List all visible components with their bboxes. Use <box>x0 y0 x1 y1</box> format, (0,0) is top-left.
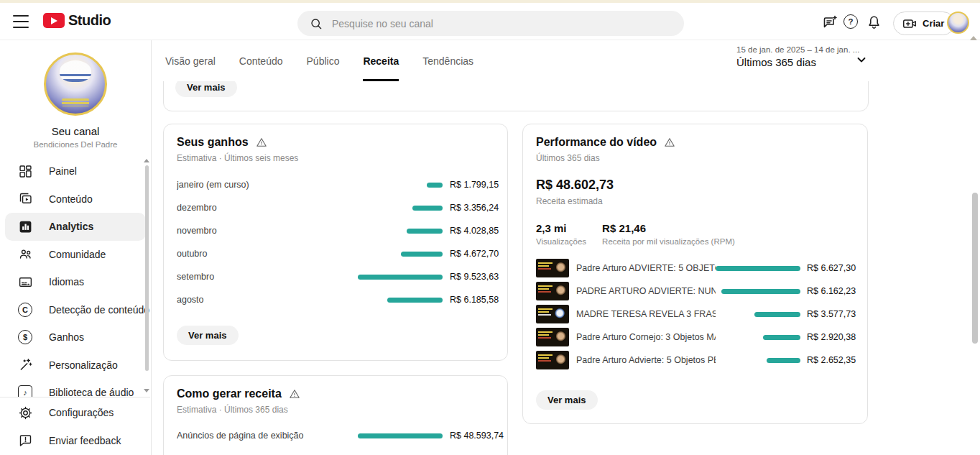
sidebar-item-label: Analytics <box>49 221 93 232</box>
see-more-button[interactable]: Ver mais <box>536 390 598 410</box>
sidebar-item-analytics[interactable]: Analytics <box>5 213 146 241</box>
sidebar-item-comunidade[interactable]: Comunidade <box>0 241 151 269</box>
search-icon <box>309 17 323 31</box>
row-label: novembro <box>177 226 358 236</box>
menu-icon[interactable] <box>13 15 29 28</box>
rpm-stat: R$ 21,46 Receita por mil visualizações (… <box>602 222 735 246</box>
search-bar[interactable] <box>297 11 684 36</box>
gear-icon <box>17 405 33 420</box>
video-row[interactable]: MADRE TERESA REVELA 3 FRASES Q... R$ 3.5… <box>523 303 867 326</box>
sidebar-item-label: Painel <box>49 165 77 177</box>
video-revenue: R$ 2.652,35 <box>807 355 854 365</box>
create-button[interactable]: Criar <box>893 12 955 35</box>
sidebar-item-biblioteca-de-audio[interactable]: ♪ Biblioteca de áudio <box>0 379 151 397</box>
sidebar-item-label: Comunidade <box>49 249 106 260</box>
tab-publico[interactable]: Público <box>307 40 340 81</box>
sidebar-item-deteccao-de-conteudo[interactable]: C Detecção de conteúdo <box>0 296 151 324</box>
row-value: R$ 4.672,70 <box>443 249 494 259</box>
row-label: outubro <box>177 249 358 259</box>
card-title: Como gerar receita <box>177 387 282 400</box>
row-label: setembro <box>177 272 358 282</box>
revenue-bar <box>427 183 443 188</box>
analytics-icon <box>17 219 33 234</box>
audio-library-icon: ♪ <box>17 385 33 397</box>
create-video-icon <box>902 16 917 32</box>
notifications-bell-icon[interactable] <box>866 14 883 32</box>
see-more-button[interactable]: Ver mais <box>175 81 237 97</box>
video-title: Padre Arturo Cornejo: 3 Objetos MAL... <box>576 332 716 342</box>
earnings-row: novembro R$ 4.028,85 <box>164 219 507 242</box>
card-title: Performance do vídeo <box>536 136 657 149</box>
main-scrollbar[interactable] <box>972 193 978 344</box>
channel-block: Seu canal Bendiciones Del Padre <box>0 40 151 149</box>
views-value: 2,3 mi <box>536 222 586 234</box>
sidebar: Seu canal Bendiciones Del Padre Painel C… <box>0 40 152 455</box>
help-icon[interactable]: ? <box>843 14 861 32</box>
analytics-tab-bar: Visão geral Conteúdo Público Receita Ten… <box>152 40 980 81</box>
video-thumbnail <box>536 328 569 346</box>
search-input[interactable] <box>332 18 672 29</box>
account-avatar[interactable] <box>947 12 969 34</box>
row-value: R$ 4.028,85 <box>443 226 494 236</box>
bar-zone <box>716 358 800 363</box>
video-row[interactable]: Padre Arturo ADVIERTE: 5 OBJETOS ... R$ … <box>523 257 867 280</box>
sidebar-item-ganhos[interactable]: $ Ganhos <box>0 323 151 351</box>
tab-visao-geral[interactable]: Visão geral <box>165 40 216 81</box>
tab-receita[interactable]: Receita <box>363 40 399 81</box>
video-title: MADRE TERESA REVELA 3 FRASES Q... <box>576 309 716 319</box>
chevron-down-icon[interactable] <box>853 51 870 68</box>
sidebar-scrollbar[interactable] <box>145 165 149 371</box>
sidebar-item-configuracoes[interactable]: Configurações <box>0 399 150 427</box>
top-partial-card: Ver mais <box>163 81 869 111</box>
date-range-picker[interactable]: 15 de jan. de 2025 – 14 de jan. ... Últi… <box>736 45 859 68</box>
sidebar-footer: Configurações Enviar feedback <box>0 397 150 455</box>
main-scrollbar-arrow-up[interactable] <box>970 36 977 40</box>
revenue-bar <box>387 298 443 303</box>
sidebar-scrollbar-arrow-down[interactable] <box>144 389 149 392</box>
question-glyph: ? <box>843 14 858 29</box>
warning-icon[interactable] <box>664 137 675 148</box>
announcements-icon[interactable] <box>821 14 838 32</box>
youtube-studio-logo[interactable]: Studio <box>43 12 111 29</box>
dashboard-icon <box>17 163 33 179</box>
bar-zone <box>358 275 443 280</box>
bar-zone <box>716 335 800 340</box>
rpm-label: Receita por mil visualizações (RPM) <box>602 237 735 246</box>
video-thumbnail <box>536 282 569 300</box>
video-revenue: R$ 3.577,73 <box>807 309 854 319</box>
revenue-bar <box>412 206 443 211</box>
warning-icon[interactable] <box>289 388 300 400</box>
bar-zone <box>358 298 443 303</box>
views-label: Visualizações <box>536 237 586 246</box>
sidebar-item-label: Enviar feedback <box>49 435 121 446</box>
your-earnings-card: Seus ganhos Estimativa · Últimos seis me… <box>163 124 508 361</box>
sidebar-item-conteudo[interactable]: Conteúdo <box>0 185 151 213</box>
video-row[interactable]: Padre Arturo Advierte: 5 Objetos PELI...… <box>523 349 867 372</box>
app-header: Studio ? Criar <box>0 3 980 40</box>
sidebar-item-label: Ganhos <box>49 331 84 343</box>
video-row[interactable]: PADRE ARTURO ADVIERTE: NUNCA C... R$ 6.1… <box>523 280 867 303</box>
sidebar-item-painel[interactable]: Painel <box>0 157 151 185</box>
date-preset-text: Últimos 365 dias <box>736 56 859 68</box>
tab-tendencias[interactable]: Tendências <box>422 40 473 81</box>
community-icon <box>17 247 33 262</box>
warning-icon[interactable] <box>256 137 267 148</box>
copyright-icon: C <box>17 302 33 318</box>
row-value: R$ 1.799,15 <box>443 180 494 190</box>
sidebar-item-label: Idiomas <box>49 276 84 288</box>
youtube-play-icon <box>43 13 65 28</box>
revenue-bar <box>754 312 800 317</box>
see-more-button[interactable]: Ver mais <box>177 326 239 345</box>
sidebar-scrollbar-arrow-up[interactable] <box>144 159 149 162</box>
sidebar-item-idiomas[interactable]: Idiomas <box>0 268 151 296</box>
earnings-row: setembro R$ 9.523,63 <box>164 265 507 288</box>
tab-conteudo[interactable]: Conteúdo <box>239 40 283 81</box>
row-label: Anúncios de página de exibição <box>177 431 358 441</box>
video-row[interactable]: Padre Arturo Cornejo: 3 Objetos MAL... R… <box>523 326 867 349</box>
bar-zone <box>358 206 443 211</box>
sidebar-item-personalizacao[interactable]: Personalização <box>0 351 151 380</box>
revenue-bar <box>401 252 443 257</box>
earnings-row: agosto R$ 6.185,58 <box>164 288 507 311</box>
sidebar-item-enviar-feedback[interactable]: Enviar feedback <box>0 427 150 455</box>
channel-avatar[interactable] <box>44 52 107 116</box>
